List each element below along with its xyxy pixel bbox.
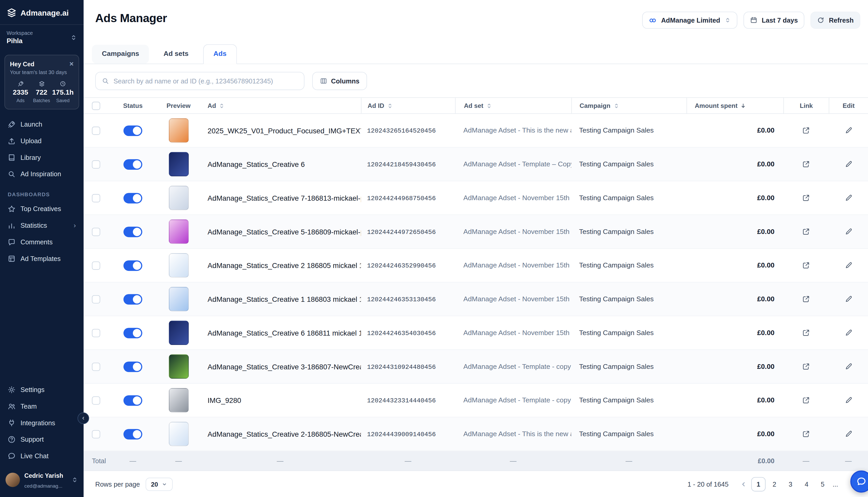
sidebar-item-live-chat[interactable]: Live Chat (0, 448, 84, 465)
chevron-right-icon: › (74, 222, 76, 229)
ad-preview-thumb[interactable] (169, 152, 189, 176)
status-toggle[interactable] (123, 260, 142, 271)
row-checkbox[interactable] (92, 295, 100, 303)
sidebar: Admanage.ai Workspace Pihla Hey Ced × Yo… (0, 0, 84, 497)
ad-preview-thumb[interactable] (169, 219, 189, 244)
sidebar-item-comments[interactable]: Comments (0, 234, 84, 251)
sidebar-item-upload[interactable]: Upload (0, 132, 84, 149)
column-header-campaign[interactable]: Campaign (571, 98, 687, 113)
ad-preview-thumb[interactable] (169, 321, 189, 345)
account-selector[interactable]: AdManage Limited (643, 12, 738, 29)
close-icon[interactable]: × (69, 60, 74, 68)
sidebar-item-launch[interactable]: Launch (0, 116, 84, 133)
row-checkbox[interactable] (92, 396, 100, 404)
sidebar-item-support[interactable]: Support (0, 431, 84, 448)
status-toggle[interactable] (123, 361, 142, 372)
campaign-name: Testing Campaign Sales (571, 316, 687, 350)
ad-name: AdManage_Statics_Creative 6 186811 micka… (199, 316, 361, 350)
external-link-icon[interactable] (802, 228, 810, 236)
page-button-2[interactable]: 2 (767, 477, 782, 491)
ad-preview-thumb[interactable] (169, 422, 189, 446)
sidebar-item-top-creatives[interactable]: Top Creatives (0, 201, 84, 217)
pagination-ellipsis: ... (831, 480, 839, 488)
sidebar-item-ad-inspiration[interactable]: Ad Inspiration (0, 166, 84, 183)
status-toggle[interactable] (123, 226, 142, 237)
external-link-icon[interactable] (802, 261, 810, 269)
row-checkbox[interactable] (92, 329, 100, 337)
sidebar-item-library[interactable]: Library (0, 149, 84, 166)
campaign-name: Testing Campaign Sales (571, 249, 687, 282)
edit-icon[interactable] (844, 363, 852, 370)
tab-ad-sets[interactable]: Ad sets (153, 45, 198, 63)
row-checkbox[interactable] (92, 363, 100, 371)
chevron-left-icon[interactable] (738, 477, 749, 491)
external-link-icon[interactable] (802, 194, 810, 202)
ad-preview-thumb[interactable] (169, 253, 189, 278)
sidebar-item-integrations[interactable]: Integrations (0, 415, 84, 431)
external-link-icon[interactable] (802, 329, 810, 337)
ad-preview-thumb[interactable] (169, 354, 189, 379)
page-button-4[interactable]: 4 (799, 477, 814, 491)
external-link-icon[interactable] (802, 430, 810, 438)
ad-preview-thumb[interactable] (169, 287, 189, 311)
external-link-icon[interactable] (802, 127, 810, 134)
search-input[interactable] (113, 77, 298, 85)
workspace-selector[interactable]: Workspace Pihla (0, 25, 84, 51)
date-range-picker[interactable]: Last 7 days (743, 12, 804, 29)
sidebar-item-team[interactable]: Team (0, 398, 84, 415)
campaign-name: Testing Campaign Sales (571, 417, 687, 451)
column-header-ad-id[interactable]: Ad ID (361, 98, 455, 113)
layers-icon (39, 81, 44, 87)
edit-icon[interactable] (844, 228, 852, 236)
status-toggle[interactable] (123, 294, 142, 304)
status-toggle[interactable] (123, 159, 142, 169)
status-toggle[interactable] (123, 395, 142, 406)
avatar (5, 472, 20, 487)
page-button-1[interactable]: 1 (751, 477, 766, 491)
select-all-checkbox[interactable] (92, 101, 100, 110)
status-toggle[interactable] (123, 429, 142, 439)
columns-button[interactable]: Columns (312, 72, 367, 90)
edit-icon[interactable] (844, 430, 852, 438)
page-button-5[interactable]: 5 (815, 477, 830, 491)
sidebar-collapse-button[interactable]: ‹ (78, 413, 89, 424)
external-link-icon[interactable] (802, 295, 810, 303)
row-checkbox[interactable] (92, 126, 100, 134)
row-checkbox[interactable] (92, 160, 100, 168)
external-link-icon[interactable] (802, 160, 810, 168)
row-checkbox[interactable] (92, 227, 100, 236)
user-menu[interactable]: Cedric Yarish ced@admanag... (0, 465, 84, 497)
status-toggle[interactable] (123, 193, 142, 203)
help-icon (8, 436, 16, 443)
tab-campaigns[interactable]: Campaigns (92, 45, 149, 63)
table-row: AdManage_Statics_Creative 6 186811 micka… (84, 316, 868, 350)
status-toggle[interactable] (123, 125, 142, 136)
page-button-3[interactable]: 3 (783, 477, 798, 491)
sidebar-item-statistics[interactable]: Statistics › (0, 217, 84, 234)
edit-icon[interactable] (844, 160, 852, 168)
row-checkbox[interactable] (92, 430, 100, 438)
ad-preview-thumb[interactable] (169, 118, 189, 143)
edit-icon[interactable] (844, 261, 852, 269)
row-checkbox[interactable] (92, 194, 100, 202)
column-header-ad-set[interactable]: Ad set (455, 98, 571, 113)
edit-icon[interactable] (844, 329, 852, 337)
sidebar-item-ad-templates[interactable]: Ad Templates (0, 250, 84, 267)
rows-per-page-select[interactable]: 20 (146, 477, 173, 491)
tab-ads[interactable]: Ads (203, 44, 237, 64)
edit-icon[interactable] (844, 127, 852, 134)
refresh-button[interactable]: Refresh (811, 12, 860, 29)
ad-preview-thumb[interactable] (169, 388, 189, 413)
edit-icon[interactable] (844, 194, 852, 202)
ad-preview-thumb[interactable] (169, 186, 189, 210)
column-header-amount-spent[interactable]: Amount spent (686, 98, 783, 113)
row-checkbox[interactable] (92, 261, 100, 270)
sidebar-item-settings[interactable]: Settings (0, 381, 84, 398)
external-link-icon[interactable] (802, 363, 810, 370)
ad-name: AdManage_Statics_Creative 2 186805 micka… (199, 249, 361, 282)
edit-icon[interactable] (844, 396, 852, 404)
edit-icon[interactable] (844, 295, 852, 303)
column-header-ad[interactable]: Ad (199, 98, 361, 113)
status-toggle[interactable] (123, 327, 142, 338)
external-link-icon[interactable] (802, 396, 810, 404)
